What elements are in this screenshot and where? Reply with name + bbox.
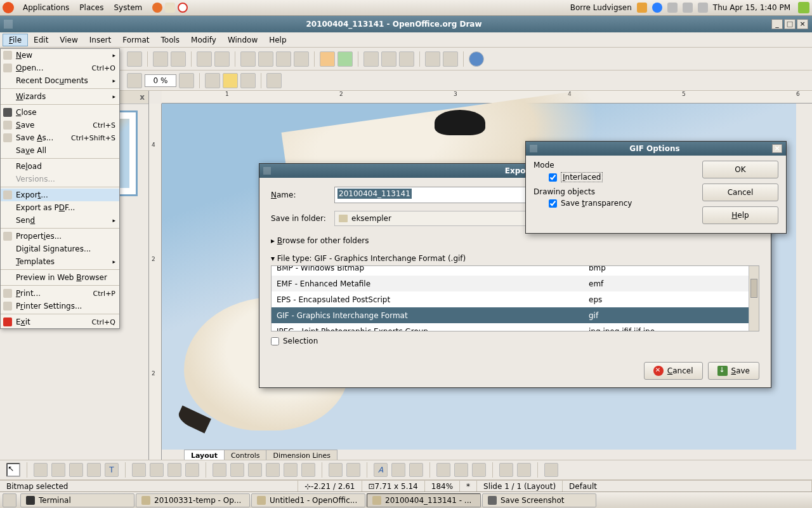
- help-toolbar-icon[interactable]: [469, 51, 484, 67]
- print-icon[interactable]: [171, 51, 186, 67]
- line-width-field[interactable]: 0 %: [145, 74, 176, 87]
- menu-export[interactable]: Export...: [1, 189, 119, 201]
- format-paintbrush-icon[interactable]: [294, 51, 309, 67]
- network-icon[interactable]: [683, 3, 693, 13]
- crop-icon[interactable]: [266, 73, 282, 88]
- browse-folders-expander[interactable]: ▸ Browse for other folders: [271, 234, 759, 248]
- autospell-icon[interactable]: [214, 51, 230, 67]
- from-file-icon[interactable]: [391, 463, 405, 477]
- arrow-style-icon[interactable]: [127, 73, 142, 88]
- zoom-icon[interactable]: [425, 51, 440, 67]
- gif-ok-button[interactable]: OK: [702, 161, 778, 178]
- places-menu[interactable]: Places: [74, 3, 108, 12]
- status-zoom[interactable]: 184%: [425, 481, 460, 491]
- arrow-line-icon[interactable]: [51, 463, 65, 477]
- gif-help-button[interactable]: Help: [702, 206, 778, 224]
- filetype-expander[interactable]: ▾ File type: GIF - Graphics Interchange …: [271, 251, 759, 265]
- task-ooo-1[interactable]: 20100331-temp - Op...: [136, 493, 250, 507]
- filetype-scrollbar[interactable]: [749, 266, 759, 331]
- menu-edit[interactable]: Edit: [28, 34, 54, 46]
- filetype-row[interactable]: EPS - Encapsulated PostScripteps: [272, 291, 759, 307]
- callouts-icon[interactable]: [284, 463, 298, 477]
- menu-templates[interactable]: Templates▸: [1, 255, 119, 268]
- menu-print[interactable]: Print...Ctrl+P: [1, 287, 119, 300]
- show-desktop-icon[interactable]: [3, 493, 16, 507]
- mail-icon[interactable]: [165, 3, 175, 13]
- gluepoints-icon[interactable]: [346, 463, 360, 477]
- edit-file-icon[interactable]: [127, 51, 142, 67]
- menu-save[interactable]: SaveCtrl+S: [1, 119, 119, 131]
- vertical-ruler[interactable]: 4 2 2: [149, 104, 162, 464]
- navigator-icon[interactable]: [399, 51, 414, 67]
- menu-modify[interactable]: Modify: [185, 34, 222, 46]
- task-terminal[interactable]: Terminal: [20, 493, 134, 507]
- flowchart-icon[interactable]: [266, 463, 280, 477]
- zoom-page-icon[interactable]: [443, 51, 458, 67]
- filetype-row-selected[interactable]: GIF - Graphics Interchange Formatgif: [272, 307, 759, 323]
- interlaced-checkbox[interactable]: Interlaced: [534, 172, 702, 182]
- gif-close-button[interactable]: ×: [772, 144, 782, 153]
- logout-icon[interactable]: [798, 2, 809, 13]
- connector-icon[interactable]: [150, 463, 164, 477]
- curve-icon[interactable]: [132, 463, 146, 477]
- menu-reload[interactable]: Reload: [1, 160, 119, 173]
- undo-icon[interactable]: [320, 51, 335, 67]
- ellipse-icon[interactable]: [87, 463, 101, 477]
- window-titlebar[interactable]: 20100404_113141 - OpenOffice.org Draw _ …: [0, 16, 812, 32]
- redo-icon[interactable]: [337, 51, 353, 67]
- menu-file[interactable]: File: [3, 34, 28, 46]
- menu-new[interactable]: New▸: [1, 49, 119, 62]
- clock[interactable]: Thu Apr 15, 1:40 PM: [713, 3, 790, 12]
- menu-insert[interactable]: Insert: [84, 34, 117, 46]
- gallery-icon[interactable]: [409, 463, 423, 477]
- filetype-row[interactable]: JPEG - Joint Photographic Experts Groupj…: [272, 323, 759, 331]
- minimize-button[interactable]: _: [771, 19, 783, 29]
- align-icon[interactable]: [454, 463, 468, 477]
- transparency-checkbox[interactable]: Save transparency: [534, 199, 702, 208]
- bluetooth-icon[interactable]: [652, 3, 662, 13]
- task-ooo-2[interactable]: Untitled1 - OpenOffic...: [251, 493, 365, 507]
- task-screenshot[interactable]: Save Screenshot: [482, 493, 596, 507]
- export-save-button[interactable]: Save: [708, 362, 759, 380]
- pages-panel-close-icon[interactable]: x: [140, 93, 145, 102]
- menu-open[interactable]: Open...Ctrl+O: [1, 62, 119, 74]
- menu-save-as[interactable]: Save As...Ctrl+Shift+S: [1, 131, 119, 144]
- menu-view[interactable]: View: [54, 34, 83, 46]
- search-icon[interactable]: [667, 3, 678, 13]
- help-icon[interactable]: [178, 3, 188, 13]
- fill-color-icon[interactable]: [223, 73, 238, 88]
- menu-recent[interactable]: Recent Documents▸: [1, 74, 119, 87]
- insert-icon[interactable]: [499, 463, 513, 477]
- cut-icon[interactable]: [240, 51, 256, 67]
- line-color-icon[interactable]: [179, 73, 194, 88]
- maximize-button[interactable]: □: [784, 19, 796, 29]
- spellcheck-icon[interactable]: [197, 51, 212, 67]
- menu-send[interactable]: Send▸: [1, 214, 119, 227]
- points-icon[interactable]: [329, 463, 343, 477]
- rotate-icon[interactable]: [436, 463, 450, 477]
- chart-icon[interactable]: [363, 51, 379, 67]
- menu-help[interactable]: Help: [263, 34, 292, 46]
- gif-cancel-button[interactable]: Cancel: [702, 184, 778, 201]
- paste-icon[interactable]: [276, 51, 291, 67]
- line-tool-icon[interactable]: [34, 463, 48, 477]
- menu-window[interactable]: Window: [222, 34, 263, 46]
- arrange-icon[interactable]: [472, 463, 486, 477]
- firefox-icon[interactable]: [152, 3, 162, 13]
- block-arrows-icon[interactable]: [248, 463, 262, 477]
- menu-properties[interactable]: Properties...: [1, 230, 119, 243]
- area-style-icon[interactable]: [205, 73, 220, 88]
- fontwork-icon[interactable]: A: [374, 463, 388, 477]
- controls-icon[interactable]: [517, 463, 531, 477]
- filetype-row[interactable]: EMF - Enhanced Metafileemf: [272, 276, 759, 291]
- task-ooo-3[interactable]: 20100404_113141 - ...: [367, 493, 481, 507]
- menu-exit[interactable]: ExitCtrl+Q: [1, 316, 119, 328]
- export-cancel-button[interactable]: Cancel: [644, 362, 703, 380]
- menu-tools[interactable]: Tools: [155, 34, 186, 46]
- selection-checkbox[interactable]: Selection: [271, 337, 759, 345]
- close-button[interactable]: ×: [797, 19, 808, 29]
- menu-printer-settings[interactable]: Printer Settings...: [1, 300, 119, 312]
- hyperlink-icon[interactable]: [381, 51, 396, 67]
- menu-close[interactable]: Close: [1, 106, 119, 119]
- applications-menu[interactable]: Applications: [18, 3, 74, 12]
